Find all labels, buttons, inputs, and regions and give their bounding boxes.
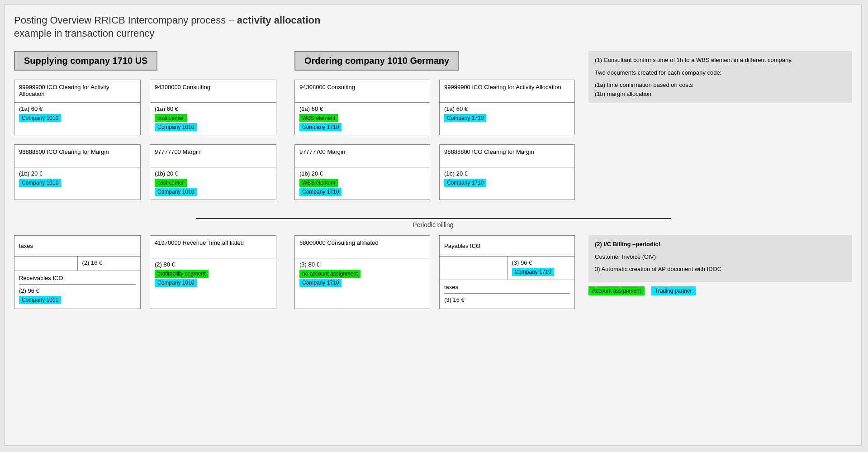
revenue-body: (2) 80 € profitability segment Company 1… (150, 258, 276, 290)
ordering-box-ico-clearing: 99999900 ICO Clearing for Activity Alloc… (439, 80, 575, 135)
taxes-right-amount: (2) 16 € (82, 259, 136, 266)
supplying-box-ico-clearing: 99999900 ICO Clearing for Activity Alloc… (14, 80, 141, 135)
supplying-box-margin-clearing: 98888800 ICO Clearing for Margin (1b) 20… (14, 144, 141, 200)
page-title: Posting Overview RRICB Intercompany proc… (14, 14, 852, 40)
bottom-ordering-row: 68000000 Consulting affiliated (3) 80 € … (294, 235, 575, 309)
ordering-margin-header: 97777700 Margin (295, 145, 430, 167)
ordering-ico-body: (1a) 60 € Company 1710 (440, 103, 574, 126)
receivables-tag: Company 1010 (19, 296, 61, 304)
consulting-affiliated-amount: (3) 80 € (299, 261, 425, 268)
top-section: Supplying company 1710 US 99999900 ICO C… (14, 51, 852, 209)
supplying-margin-clearing-tag: Company 1010 (19, 179, 61, 187)
note3-text: 3) Automatic creation of AP document wit… (595, 265, 846, 274)
divider-label: Periodic billing (14, 221, 852, 228)
supplying-ico-body: (1a) 60 € Company 1010 (14, 103, 140, 126)
bottom-ordering: 68000000 Consulting affiliated (3) 80 € … (294, 235, 575, 318)
supplying-ico-amount: (1a) 60 € (19, 105, 136, 112)
note1d-text: (1b) margin allocation (595, 90, 846, 99)
supplying-margin-amount: (1b) 20 € (155, 170, 271, 177)
note2-title: (2) I/C Billing –periodic! (595, 240, 846, 249)
receivables-header: Receivables ICO (19, 275, 136, 285)
ordering-box-margin-clearing: 98888800 ICO Clearing for Margin (1b) 20… (439, 144, 575, 200)
title-line2: example in transaction currency (14, 28, 155, 39)
ordering-box-margin: 97777700 Margin (1b) 20 € WBS element Co… (294, 144, 430, 200)
supplying-consulting-tag1: cost center (155, 114, 187, 122)
consulting-affiliated-body: (3) 80 € no account assignment Company 1… (295, 258, 430, 290)
ordering-consulting-tag1: WBS element (299, 114, 338, 122)
bottom-supplying-row: taxes (2) 16 € Receivables ICO (2) 96 € … (14, 235, 276, 309)
supplying-row1: 99999900 ICO Clearing for Activity Alloc… (14, 80, 276, 135)
note-box-2: (2) I/C Billing –periodic! Customer Invo… (588, 235, 852, 282)
notes-top: (1) Consultant confirms time of 1h to a … (575, 51, 852, 209)
taxes-box-supplying: taxes (2) 16 € Receivables ICO (2) 96 € … (14, 235, 141, 309)
note2a-text: Customer Invoice (CIV) (595, 252, 846, 262)
ordering-margin-clearing-tag: Company 1710 (444, 179, 486, 187)
note1c-text: (1a) time confirmation based on costs (595, 81, 846, 90)
consulting-affiliated-header: 68000000 Consulting affiliated (295, 236, 430, 258)
legend-account-assignment: Account assignment (588, 286, 645, 295)
ordering-margin-clearing-body: (1b) 20 € Company 1710 (440, 167, 574, 190)
taxes-ordering-header: taxes (444, 284, 570, 294)
ordering-consulting-amount: (1a) 60 € (299, 105, 425, 112)
ordering-margin-clearing-amount: (1b) 20 € (444, 170, 570, 177)
payables-box: Payables ICO (3) 96 € Company 1710 taxes… (439, 235, 575, 309)
revenue-box: 41970000 Revenue Time affiliated (2) 80 … (150, 235, 276, 309)
taxes-header-supplying: taxes (14, 236, 140, 256)
ordering-box-consulting: 94308000 Consulting (1a) 60 € WBS elemen… (294, 80, 430, 135)
ordering-section: Ordering company 1010 Germany 94308000 C… (294, 51, 575, 209)
main-container: Posting Overview RRICB Intercompany proc… (5, 5, 862, 446)
consulting-affiliated-tag2: Company 1710 (299, 279, 342, 287)
ordering-ico-amount: (1a) 60 € (444, 105, 570, 112)
divider-line (196, 218, 671, 219)
receivables-amount: (2) 96 € (19, 287, 136, 294)
payables-left (440, 257, 508, 280)
supplying-box-margin: 97777700 Margin (1b) 20 € cost center Co… (150, 144, 276, 200)
title-normal: Posting Overview RRICB Intercompany proc… (14, 14, 237, 26)
supplying-margin-clearing-header: 98888800 ICO Clearing for Margin (14, 145, 140, 167)
ordering-margin-amount: (1b) 20 € (299, 170, 425, 177)
supplying-consulting-amount: (1a) 60 € (155, 105, 271, 112)
ordering-margin-tag2: Company 1710 (299, 188, 342, 196)
taxes-left-supplying (14, 257, 78, 271)
payables-tag: Company 1710 (512, 268, 554, 276)
legend-trading-partner: Trading partner (651, 286, 696, 295)
supplying-ico-header: 99999900 ICO Clearing for Activity Alloc… (14, 80, 140, 103)
bottom-section: taxes (2) 16 € Receivables ICO (2) 96 € … (14, 235, 852, 318)
supplying-margin-clearing-body: (1b) 20 € Company 1010 (14, 167, 140, 190)
legend-row: Account assignment Trading partner (588, 286, 852, 296)
divider-section: Periodic billing (14, 218, 852, 228)
receivables-box: Receivables ICO (2) 96 € Company 1010 (14, 271, 140, 309)
ordering-consulting-header: 94308000 Consulting (295, 80, 430, 103)
title-bold: activity allocation (237, 14, 321, 26)
consulting-affiliated-box: 68000000 Consulting affiliated (3) 80 € … (294, 235, 430, 309)
supplying-section: Supplying company 1710 US 99999900 ICO C… (14, 51, 276, 209)
payables-split: (3) 96 € Company 1710 (440, 256, 574, 280)
taxes-split-supplying: (2) 16 € (14, 256, 140, 271)
revenue-amount: (2) 80 € (155, 261, 271, 268)
taxes-ordering-box: taxes (3) 16 € (440, 280, 574, 309)
supplying-row2: 98888800 ICO Clearing for Margin (1b) 20… (14, 144, 276, 200)
payables-amount: (3) 96 € (512, 259, 570, 266)
supplying-margin-tag2: Company 1010 (155, 188, 197, 196)
ordering-header: Ordering company 1010 Germany (294, 51, 459, 71)
ordering-ico-tag: Company 1710 (444, 114, 486, 122)
note1b-text: Two documents created for each company c… (595, 68, 846, 77)
revenue-tag2: Company 1010 (155, 279, 197, 287)
ordering-margin-body: (1b) 20 € WBS element Company 1710 (295, 167, 430, 200)
taxes-ordering-amount: (3) 16 € (444, 296, 570, 303)
revenue-tag1: profitability segment (155, 270, 209, 278)
bottom-supplying: taxes (2) 16 € Receivables ICO (2) 96 € … (14, 235, 276, 318)
ordering-row2: 97777700 Margin (1b) 20 € WBS element Co… (294, 144, 575, 200)
ordering-margin-tag1: WBS element (299, 179, 338, 187)
supplying-consulting-tag2: Company 1010 (155, 123, 197, 131)
payables-right: (3) 96 € Company 1710 (508, 257, 575, 280)
supplying-box-consulting: 94308000 Consulting (1a) 60 € cost cente… (150, 80, 276, 135)
supplying-header: Supplying company 1710 US (14, 51, 157, 71)
supplying-margin-clearing-amount: (1b) 20 € (19, 170, 136, 177)
payables-header: Payables ICO (440, 236, 574, 256)
ordering-row1: 94308000 Consulting (1a) 60 € WBS elemen… (294, 80, 575, 135)
ordering-consulting-tag2: Company 1710 (299, 123, 342, 131)
taxes-right-supplying: (2) 16 € (78, 257, 141, 271)
note1-text: (1) Consultant confirms time of 1h to a … (595, 56, 846, 65)
supplying-margin-header: 97777700 Margin (150, 145, 276, 167)
